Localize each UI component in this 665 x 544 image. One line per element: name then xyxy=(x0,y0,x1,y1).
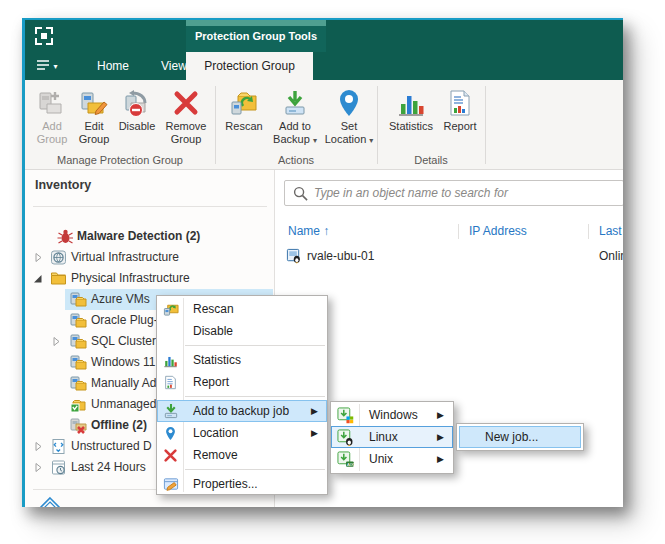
edit-group-button[interactable]: Edit Group xyxy=(75,84,113,156)
search-box[interactable] xyxy=(284,180,623,206)
linux-host-icon xyxy=(286,248,302,267)
menu-item-remove[interactable]: Remove xyxy=(157,444,327,466)
properties-icon xyxy=(157,476,184,492)
unix-os-icon: AIX xyxy=(331,451,360,468)
edit-group-icon xyxy=(75,84,113,118)
statistics-button[interactable]: Statistics xyxy=(385,84,437,156)
tab-home[interactable]: Home xyxy=(81,52,145,80)
chevron-down-icon: ▾ xyxy=(53,62,57,71)
report-button[interactable]: Report xyxy=(439,84,481,156)
protection-group-icon xyxy=(70,291,87,308)
search-icon xyxy=(293,186,308,201)
host-status: Online xyxy=(599,249,623,263)
submenu-arrow-icon: ▶ xyxy=(437,432,453,442)
sidebar-item-malware-detection[interactable]: Malware Detection (2) xyxy=(25,226,275,247)
menu-item-add-to-backup-job[interactable]: Add to backup job ▶ xyxy=(157,400,327,422)
physical-infrastructure-icon xyxy=(50,270,67,287)
report-icon xyxy=(439,84,481,118)
submenu-arrow-icon: ▶ xyxy=(437,410,453,420)
expander-collapsed-icon[interactable] xyxy=(51,336,61,347)
menu-item-disable[interactable]: Disable xyxy=(157,320,327,342)
app-window: Protection Group Tools ▾ Home View Prote… xyxy=(22,18,623,507)
tab-protection-group[interactable]: Protection Group xyxy=(186,52,313,80)
add-to-backup-button[interactable]: Add to Backup ▾ xyxy=(271,84,319,156)
protection-group-icon xyxy=(70,333,87,350)
offline-icon xyxy=(70,417,87,434)
column-header-last-seen[interactable]: Last Se xyxy=(599,224,623,238)
sidebar-item-physical-infrastructure[interactable]: Physical Infrastructure xyxy=(25,268,275,289)
home-icon[interactable] xyxy=(39,496,61,507)
column-separator xyxy=(458,224,459,239)
menu-item-location[interactable]: Location ▶ xyxy=(157,422,327,444)
submenu-item-unix[interactable]: AIX Unix ▶ xyxy=(331,448,453,470)
submenu-item-windows[interactable]: Windows ▶ xyxy=(331,404,453,426)
report-icon xyxy=(157,375,184,390)
windows-os-icon xyxy=(331,407,360,424)
menu-row: ▾ Home View Protection Group xyxy=(25,52,623,80)
rescan-icon xyxy=(221,84,267,118)
menu-item-properties[interactable]: Properties... xyxy=(157,473,327,495)
ribbon-group-label: Details xyxy=(377,154,485,168)
add-group-icon xyxy=(31,84,73,118)
rescan-icon xyxy=(157,301,184,317)
add-to-backup-icon xyxy=(271,84,319,118)
host-name: rvale-ubu-01 xyxy=(307,249,374,263)
column-separator xyxy=(588,224,589,239)
menu-separator xyxy=(185,396,325,397)
sidebar-item-virtual-infrastructure[interactable]: Virtual Infrastructure xyxy=(25,247,275,268)
disable-icon xyxy=(115,84,159,118)
menu-separator xyxy=(185,345,325,346)
protection-group-icon xyxy=(70,312,87,329)
rescan-button[interactable]: Rescan xyxy=(221,84,267,156)
column-header-name[interactable]: Name ↑ xyxy=(288,224,329,238)
expander-collapsed-icon[interactable] xyxy=(33,441,43,452)
contextual-accent-strip xyxy=(186,20,326,26)
add-to-backup-icon xyxy=(157,403,184,419)
virtual-infrastructure-icon xyxy=(50,249,67,266)
submenu-arrow-icon: ▶ xyxy=(311,428,327,438)
expander-collapsed-icon[interactable] xyxy=(33,252,43,263)
hamburger-icon xyxy=(36,57,50,75)
remove-group-button[interactable]: Remove Group xyxy=(159,84,213,156)
disable-button[interactable]: Disable xyxy=(115,84,159,156)
menu-item-report[interactable]: Report xyxy=(157,371,327,393)
context-menu: Rescan Disable Statistics Report xyxy=(156,295,328,495)
unstructured-data-icon xyxy=(50,438,67,455)
submenu-arrow-icon: ▶ xyxy=(437,454,453,464)
main-menu-button[interactable]: ▾ xyxy=(25,52,69,80)
sort-asc-icon: ↑ xyxy=(323,224,329,238)
ribbon-group-label: Manage Protection Group xyxy=(25,154,215,168)
contextual-tab-header: Protection Group Tools xyxy=(186,20,326,52)
unmanaged-folder-icon xyxy=(70,396,87,413)
linux-os-icon xyxy=(331,429,360,446)
menu-item-statistics[interactable]: Statistics xyxy=(157,349,327,371)
set-location-button[interactable]: Set Location ▾ xyxy=(323,84,375,156)
search-input[interactable] xyxy=(314,186,623,200)
table-header: Name ↑ IP Address Last Se xyxy=(276,222,623,242)
submenu-arrow-icon: ▶ xyxy=(311,406,327,416)
screenshot-stage: Protection Group Tools ▾ Home View Prote… xyxy=(0,0,665,544)
ribbon: Add Group Edit Group Disable Remove Grou… xyxy=(25,80,623,170)
last-24-hours-icon xyxy=(50,459,67,476)
ribbon-separator xyxy=(485,86,486,164)
column-header-ip-address[interactable]: IP Address xyxy=(469,224,527,238)
divider xyxy=(33,206,267,207)
remove-icon xyxy=(157,448,184,463)
expander-collapsed-icon[interactable] xyxy=(33,462,43,473)
contextual-tab-label: Protection Group Tools xyxy=(186,30,326,42)
panel-title: Inventory xyxy=(35,178,91,192)
table-row[interactable]: rvale-ubu-01 Online xyxy=(276,246,623,267)
os-submenu: Windows ▶ Linux ▶ AIX Unix ▶ xyxy=(330,401,454,474)
submenu-item-linux[interactable]: Linux ▶ xyxy=(331,426,453,448)
remove-group-icon xyxy=(159,84,213,118)
submenu-item-new-job[interactable]: New job... xyxy=(459,426,581,448)
menu-item-rescan[interactable]: Rescan xyxy=(157,298,327,320)
chevron-down-icon: ▾ xyxy=(369,136,373,145)
add-group-button[interactable]: Add Group xyxy=(31,84,73,156)
menu-separator xyxy=(185,469,325,470)
statistics-icon xyxy=(157,353,184,368)
svg-text:AIX: AIX xyxy=(347,461,354,466)
chevron-down-icon: ▾ xyxy=(313,136,317,145)
expander-expanded-icon[interactable] xyxy=(33,273,43,284)
ribbon-group-label: Actions xyxy=(215,154,377,168)
